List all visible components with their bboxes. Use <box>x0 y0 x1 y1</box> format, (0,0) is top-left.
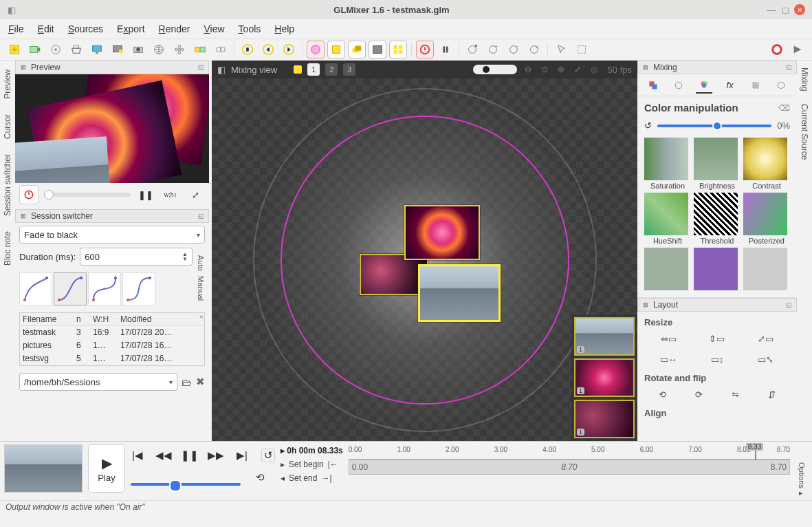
camera-source-icon[interactable] <box>129 41 147 58</box>
menu-edit[interactable]: Edit <box>38 23 54 34</box>
timeline-cursor[interactable]: 8.33 <box>746 443 763 451</box>
minimize-icon[interactable]: — <box>767 5 776 14</box>
tab-current-source[interactable]: Current Source <box>798 100 811 164</box>
mixing-view-icon[interactable] <box>307 41 325 58</box>
path-select[interactable]: /home/bh/Sessions▾ <box>19 373 177 391</box>
fx-threshold[interactable]: Threshold <box>694 193 740 245</box>
cursor-tool-icon[interactable] <box>552 41 570 58</box>
menu-file[interactable]: File <box>8 23 24 34</box>
web-source-icon[interactable] <box>150 41 168 58</box>
pause-output-icon[interactable] <box>437 41 454 58</box>
mix-tab-fx-icon[interactable]: fx <box>722 77 738 94</box>
menu-view[interactable]: View <box>204 23 225 34</box>
snap-circle-icon[interactable] <box>463 41 481 58</box>
menu-sources[interactable]: Sources <box>68 23 103 34</box>
step-fwd-icon[interactable]: ▶▶ <box>209 449 223 462</box>
layers-view-icon[interactable] <box>348 41 366 58</box>
select-tool-icon[interactable] <box>573 41 591 58</box>
mode-manual[interactable]: Manual <box>197 273 205 303</box>
transition-select[interactable]: Fade to black▾ <box>19 226 205 244</box>
timeline-ruler[interactable]: 0.00 1.00 2.00 3.00 4.00 5.00 6.00 7.00 … <box>349 444 790 493</box>
preset-3[interactable]: 3 <box>343 63 355 76</box>
group-source-icon[interactable] <box>191 41 209 58</box>
mixing-undock-icon[interactable]: ◱ <box>784 63 793 72</box>
menu-render[interactable]: Render <box>159 23 190 34</box>
step-back-icon[interactable]: ◀◀ <box>157 449 171 462</box>
goto-start-icon[interactable]: |◀ <box>131 449 144 462</box>
fx-extra-1[interactable] <box>644 248 691 292</box>
layer-thumb[interactable]: 1 <box>574 317 635 356</box>
fx-contrast[interactable]: Contrast <box>743 138 790 190</box>
link-source-icon[interactable] <box>212 41 230 58</box>
preview-fullscreen-button[interactable]: ⤢ <box>186 185 205 204</box>
resize-hfit-icon[interactable]: ⇕▭ <box>709 332 725 345</box>
preset-1[interactable]: 1 <box>307 63 320 76</box>
preview-pause-button[interactable]: ❚❚ <box>136 185 155 204</box>
bg-toggle[interactable] <box>473 65 517 74</box>
pause-icon[interactable]: ❚❚ <box>183 449 197 462</box>
table-row[interactable]: testsvg51…17/07/28 16… <box>20 352 204 365</box>
mix-tab-color-icon[interactable] <box>696 77 712 94</box>
sync-icon[interactable]: ⟲ <box>253 471 267 484</box>
source-thumb-1[interactable] <box>404 205 480 260</box>
resize-h2-icon[interactable]: ▭↕ <box>709 352 725 366</box>
on-air-icon[interactable] <box>416 41 434 58</box>
flip-v-icon[interactable]: ⇵ <box>764 387 780 401</box>
set-begin-icon[interactable]: |← <box>328 460 338 469</box>
zoom-out-icon[interactable]: ⊖ <box>523 64 534 75</box>
flip-h-icon[interactable]: ⇋ <box>727 387 744 401</box>
menu-export[interactable]: Export <box>117 23 144 34</box>
table-row[interactable]: testmask316:917/07/28 20… <box>20 326 204 339</box>
mixing-canvas[interactable]: 1 1 1 <box>212 78 637 441</box>
zoom-lock-icon[interactable]: ◎ <box>589 64 600 75</box>
disc-source-icon[interactable] <box>47 41 65 58</box>
snap-sub-icon[interactable]: − <box>505 41 523 58</box>
curve-selector[interactable] <box>19 270 193 308</box>
seek-slider[interactable] <box>131 483 241 486</box>
loop-icon[interactable]: ↺ <box>261 449 275 462</box>
fx-extra-2[interactable] <box>694 248 740 292</box>
set-end-label[interactable]: Set end <box>289 473 317 483</box>
mix-tab-plugin-icon[interactable] <box>747 77 764 94</box>
fx-brightness[interactable]: Brightness <box>694 138 740 190</box>
session-close-icon[interactable]: ⊠ <box>19 211 28 221</box>
back-start-icon[interactable] <box>239 41 256 58</box>
layout-undock-icon[interactable]: ◱ <box>784 300 793 310</box>
play-button[interactable]: ▶ Play <box>88 444 125 493</box>
prev-icon[interactable] <box>259 41 277 58</box>
record-icon[interactable] <box>768 41 786 58</box>
preset-2[interactable]: 2 <box>325 63 338 76</box>
clear-path-icon[interactable]: ✖ <box>196 376 205 388</box>
rendering-view-icon[interactable] <box>369 41 386 58</box>
tab-options[interactable]: Options ▸ <box>795 444 808 497</box>
next-icon[interactable] <box>280 41 298 58</box>
grid-view-icon[interactable] <box>389 41 407 58</box>
reset-slider-icon[interactable]: ↺ <box>644 120 652 131</box>
resize-w2-icon[interactable]: ▭↔ <box>660 352 677 366</box>
close-icon[interactable]: ✕ <box>794 4 805 15</box>
panel-close-icon[interactable]: ⊠ <box>19 63 28 72</box>
menu-triangle-icon[interactable] <box>789 41 806 58</box>
open-folder-icon[interactable]: 🗁 <box>182 376 192 388</box>
menu-tools[interactable]: Tools <box>239 23 261 34</box>
snap-add-icon[interactable]: + <box>484 41 502 58</box>
tab-bloc[interactable]: Bloc note <box>1 225 14 272</box>
zoom-in-icon[interactable]: ⊕ <box>556 64 567 75</box>
tab-preview[interactable]: Preview <box>1 63 14 105</box>
add-source-icon[interactable] <box>6 41 23 58</box>
fx-posterized[interactable]: Posterized <box>743 193 790 245</box>
zoom-fit-icon[interactable]: ⤢ <box>572 64 583 75</box>
duration-spin[interactable]: 600 ▲▼ <box>80 248 193 266</box>
layer-thumb[interactable]: 1 <box>574 358 635 397</box>
mix-tab-mask-icon[interactable] <box>670 77 687 94</box>
table-row[interactable]: pictures61…17/07/28 16… <box>20 339 204 352</box>
rotate-cw-icon[interactable]: ⟳ <box>691 387 707 401</box>
resize-w-icon[interactable]: ⇔▭ <box>660 332 677 345</box>
fx-extra-3[interactable] <box>743 248 790 292</box>
basket-source-icon[interactable] <box>67 41 85 58</box>
mix-tab-3d-icon[interactable] <box>773 77 789 94</box>
goto-end-icon[interactable]: ▶| <box>235 449 249 462</box>
maximize-icon[interactable]: ◻ <box>780 5 790 14</box>
menu-help[interactable]: Help <box>274 23 294 34</box>
set-end-icon[interactable]: →| <box>321 473 331 483</box>
